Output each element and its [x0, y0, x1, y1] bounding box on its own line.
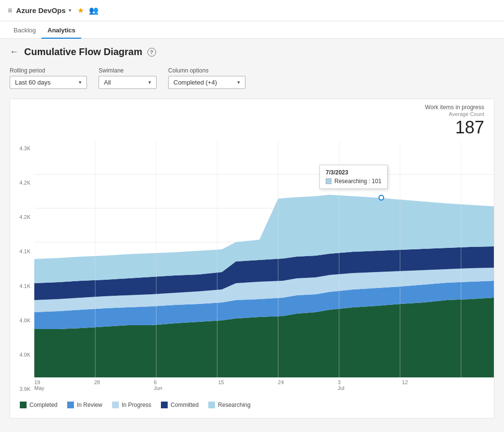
legend-in-progress-box	[112, 402, 119, 408]
page-header: ← Cumulative Flow Diagram ?	[10, 46, 494, 58]
x-label-24: 24	[278, 379, 284, 385]
favorite-icon[interactable]: ★	[77, 6, 84, 15]
rolling-period-value: Last 60 days	[15, 79, 51, 86]
legend-in-review: In Review	[67, 402, 102, 408]
column-options-value: Completed (+4)	[173, 79, 217, 86]
page-title: Cumulative Flow Diagram	[24, 46, 143, 58]
rolling-period-select[interactable]: Last 60 days ▾	[10, 76, 87, 89]
column-options-filter: Column options Completed (+4) ▾	[168, 67, 245, 89]
x-label-15: 15	[218, 379, 224, 385]
chart-svg-wrapper: 7/3/2023 Researching : 101	[34, 141, 494, 377]
rolling-period-filter: Rolling period Last 60 days ▾	[10, 67, 87, 89]
help-icon[interactable]: ?	[147, 48, 156, 57]
legend-researching-label: Researching	[218, 402, 250, 408]
tab-analytics[interactable]: Analytics	[42, 23, 81, 39]
chart-area: 4.3K 4.2K 4.2K 4.1K 4.1K 4.0K 4.0K 3.9K	[10, 141, 494, 397]
svg-point-12	[379, 195, 384, 200]
y-axis: 4.3K 4.2K 4.2K 4.1K 4.1K 4.0K 4.0K 3.9K	[10, 141, 34, 397]
legend-completed: Completed	[20, 402, 58, 408]
chart-stats: Work items in progress Average Count 187	[10, 104, 494, 141]
column-options-chevron: ▾	[237, 79, 240, 86]
y-label-3: 4.2K	[10, 214, 34, 220]
chart-container: Work items in progress Average Count 187…	[10, 99, 494, 418]
legend-completed-label: Completed	[29, 402, 58, 408]
filters-row: Rolling period Last 60 days ▾ Swimlane A…	[10, 67, 494, 89]
x-axis: 19May 28 6Jun 15 24 3Jul	[34, 379, 494, 397]
legend-researching-box	[208, 402, 215, 408]
app-header: ≡ Azure DevOps ▾ ★ 👥	[0, 0, 504, 21]
page-content: ← Cumulative Flow Diagram ? Rolling peri…	[0, 39, 504, 432]
nav-tabs: Backlog Analytics	[0, 21, 504, 39]
legend-committed-label: Committed	[171, 402, 199, 408]
column-options-label: Column options	[168, 67, 245, 74]
column-options-select[interactable]: Completed (+4) ▾	[168, 76, 245, 89]
y-label-2: 4.2K	[10, 180, 34, 186]
swimlane-chevron: ▾	[148, 79, 151, 86]
legend-in-review-box	[67, 402, 74, 408]
app-title: Azure DevOps	[16, 6, 66, 14]
cumulative-flow-chart[interactable]	[34, 141, 494, 377]
stats-value: 187	[10, 117, 484, 138]
rolling-period-chevron: ▾	[79, 79, 82, 86]
swimlane-filter: Swimlane All ▾	[99, 67, 157, 89]
x-label-12: 12	[402, 379, 408, 385]
swimlane-value: All	[104, 79, 111, 86]
chevron-down-icon[interactable]: ▾	[69, 7, 72, 14]
y-label-6: 4.0K	[10, 317, 34, 323]
swimlane-select[interactable]: All ▾	[99, 76, 157, 89]
x-label-jul3: 3Jul	[338, 379, 345, 391]
x-label-jun6: 6Jun	[154, 379, 162, 391]
swimlane-label: Swimlane	[99, 67, 157, 74]
y-label-8: 3.9K	[10, 386, 34, 392]
x-label-may19: 19May	[34, 379, 44, 391]
y-label-5: 4.1K	[10, 283, 34, 289]
tab-backlog[interactable]: Backlog	[8, 23, 42, 39]
stats-label: Work items in progress Average Count	[10, 104, 484, 117]
x-label-28: 28	[94, 379, 100, 385]
legend-committed: Committed	[161, 402, 199, 408]
legend-in-progress-label: In Progress	[122, 402, 151, 408]
y-label-1: 4.3K	[10, 145, 34, 151]
back-button[interactable]: ←	[10, 47, 18, 57]
people-icon[interactable]: 👥	[89, 6, 99, 15]
legend-researching: Researching	[208, 402, 250, 408]
menu-icon: ≡	[8, 6, 12, 15]
legend-in-review-label: In Review	[77, 402, 102, 408]
rolling-period-label: Rolling period	[10, 67, 87, 74]
y-label-7: 4.0K	[10, 352, 34, 358]
y-label-4: 4.1K	[10, 248, 34, 254]
legend-completed-box	[20, 402, 27, 408]
chart-legend: Completed In Review In Progress Committe…	[10, 397, 494, 413]
legend-committed-box	[161, 402, 168, 408]
legend-in-progress: In Progress	[112, 402, 151, 408]
